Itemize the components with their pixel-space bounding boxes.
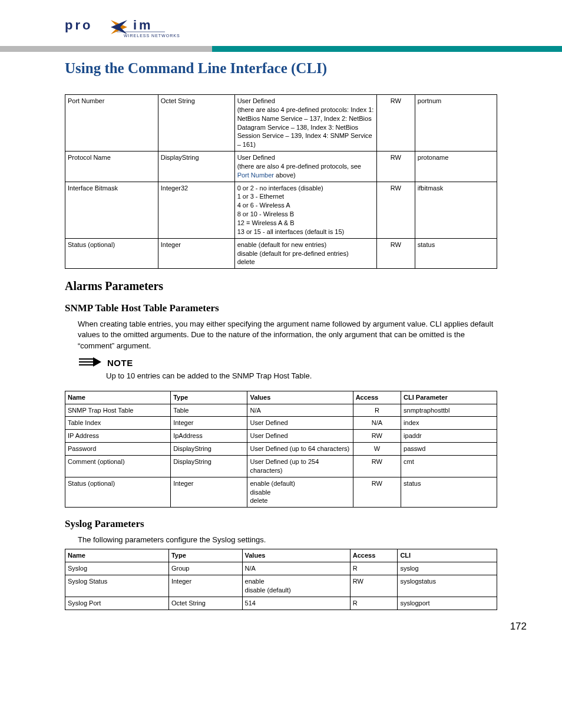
table-row: Table IndexIntegerUser DefinedN/Aindex — [65, 417, 497, 430]
header-divider — [0, 46, 562, 52]
table-row: Syslog PortOctet String514Rsyslogport — [65, 597, 497, 610]
snmp-intro-text: When creating table entries, you may eit… — [78, 319, 497, 351]
table-row: SyslogGroupN/ARsyslog — [65, 562, 497, 575]
params-table-1: Port Number Octet String User Defined (t… — [65, 94, 497, 269]
table-row: IP AddressIpAddressUser DefinedRWipaddr — [65, 430, 497, 443]
table-row: Port Number Octet String User Defined (t… — [65, 95, 497, 151]
brand-logo: pro im WIRELESS NETWORKS — [65, 18, 562, 41]
note-arrow-icon — [78, 357, 101, 369]
port-number-link[interactable]: Port Number — [237, 172, 274, 179]
syslog-intro-text: The following parameters configure the S… — [78, 535, 497, 545]
table-row: Comment (optional)DisplayStringUser Defi… — [65, 455, 497, 477]
table-row: SNMP Trap Host TableTableN/ARsnmptraphos… — [65, 404, 497, 417]
table-header-row: Name Type Values Access CLI Parameter — [65, 391, 497, 404]
table-row: Syslog StatusIntegerenable disable (defa… — [65, 575, 497, 597]
note-text: Up to 10 entries can be added to the SNM… — [106, 371, 497, 380]
table-row: PasswordDisplayStringUser Defined (up to… — [65, 443, 497, 456]
table-row: Status (optional) Integer enable (defaul… — [65, 238, 497, 269]
table-header-row: Name Type Values Access CLI — [65, 549, 497, 562]
section-syslog-heading: Syslog Parameters — [65, 518, 497, 530]
section-alarms-heading: Alarms Parameters — [65, 279, 497, 293]
section-snmp-heading: SNMP Table Host Table Parameters — [65, 302, 497, 314]
page-number: 172 — [510, 621, 527, 633]
params-table-2: Name Type Values Access CLI Parameter SN… — [65, 391, 497, 508]
table-row: Status (optional)Integerenable (default)… — [65, 477, 497, 508]
svg-text:pro: pro — [65, 18, 92, 32]
table-row: Protocol Name DisplayString User Defined… — [65, 151, 497, 182]
params-table-3: Name Type Values Access CLI SyslogGroupN… — [65, 549, 497, 610]
brand-tagline: WIRELESS NETWORKS — [124, 34, 180, 38]
table-row: Interface Bitmask Integer32 0 or 2 - no … — [65, 182, 497, 238]
svg-marker-6 — [93, 357, 101, 367]
note-label: NOTE — [107, 358, 133, 368]
page-title: Using the Command Line Interface (CLI) — [65, 60, 562, 77]
svg-text:im: im — [133, 18, 153, 32]
